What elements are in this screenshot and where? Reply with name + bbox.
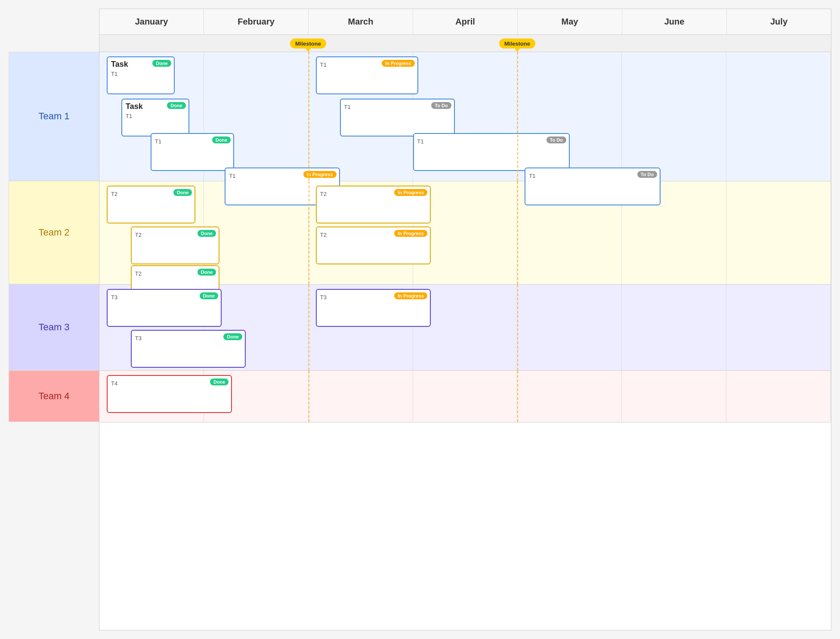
team3-row-month-cell-6 — [726, 285, 831, 370]
task-subtitle: T1 — [417, 138, 565, 145]
milestone-cell-6 — [727, 35, 831, 52]
task-card-team2-row-0: T2Done — [107, 186, 195, 223]
task-card-team1-row-7: T1To Do — [525, 168, 661, 205]
milestone-cell-5 — [622, 35, 727, 52]
milestone-badge-1: Milestone — [499, 38, 535, 48]
milestone-cell-0 — [99, 35, 204, 52]
task-card-team3-row-1: T3Done — [131, 330, 246, 368]
task-card-team1-row-0: TaskT1Done — [107, 56, 175, 94]
status-badge: Done — [173, 189, 192, 196]
task-card-team1-row-6: T1To Do — [413, 133, 570, 171]
status-badge: In Progress — [382, 60, 415, 67]
month-headers: JanuaryFebruaryMarchAprilMayJuneJuly — [99, 9, 831, 35]
task-card-team1-row-2: T1Done — [151, 133, 234, 171]
task-subtitle: T1 — [126, 113, 185, 119]
status-badge: To Do — [637, 171, 657, 178]
task-card-team3-row-2: T3In Progress — [316, 289, 431, 327]
team1-row-month-cell-5 — [622, 52, 726, 181]
milestone-cell-3: Milestone — [413, 35, 518, 52]
task-card-team2-row-4: T2In Progress — [316, 226, 431, 264]
status-badge: Done — [210, 378, 229, 385]
task-card-team2-row-3: T2In Progress — [316, 186, 431, 223]
task-card-team1-row-5: T1To Do — [340, 99, 455, 136]
team4-row-month-cell-4 — [517, 371, 622, 422]
status-badge: In Progress — [394, 292, 427, 299]
month-header-february: February — [204, 9, 309, 34]
status-badge: Done — [152, 60, 171, 67]
gantt-chart: Team 1 Team 2 Team 3 Team 4 JanuaryFebru… — [0, 0, 840, 639]
label-header — [9, 9, 99, 34]
task-card-team2-row-1: T2Done — [131, 226, 219, 264]
status-badge: Done — [167, 102, 186, 109]
team3-label: Team 3 — [9, 284, 99, 370]
team1-label: Team 1 — [9, 52, 99, 181]
status-badge: Done — [212, 136, 231, 143]
team2-row: T2DoneT2DoneT2DoneT2In ProgressT2In Prog… — [99, 181, 831, 285]
team2-row-month-cell-6 — [726, 181, 831, 284]
task-subtitle: T1 — [111, 71, 170, 77]
team4-row-month-cell-6 — [726, 371, 831, 422]
status-badge: In Progress — [394, 189, 427, 196]
team4-label: Team 4 — [9, 370, 99, 422]
team4-row-month-cell-3 — [413, 371, 518, 422]
team3-label-text: Team 3 — [38, 322, 69, 333]
team4-row: T4Done — [99, 371, 831, 422]
team1-label-text: Team 1 — [38, 111, 69, 122]
team4-row-month-cell-5 — [622, 371, 726, 422]
team3-row-month-cell-4 — [517, 285, 622, 370]
team2-label-text: Team 2 — [38, 227, 69, 238]
milestone-badge-0: Milestone — [290, 38, 326, 48]
status-badge: To Do — [431, 102, 451, 109]
milestone-row: MilestoneMilestone — [99, 35, 831, 52]
team3-row: T3DoneT3DoneT3In Progress — [99, 285, 831, 371]
month-header-july: July — [727, 9, 831, 34]
team4-row-month-cell-2 — [309, 371, 413, 422]
team1-row: TaskT1DoneTaskT1DoneT1DoneT1In ProgressT… — [99, 52, 831, 181]
status-badge: Done — [200, 292, 219, 299]
month-header-january: January — [99, 9, 204, 34]
team2-label: Team 2 — [9, 181, 99, 284]
month-header-may: May — [518, 9, 622, 34]
task-card-team1-row-4: T1In Progress — [316, 56, 418, 94]
row-labels: Team 1 Team 2 Team 3 Team 4 — [9, 9, 99, 630]
month-header-june: June — [622, 9, 727, 34]
milestone-cell-1: Milestone — [204, 35, 309, 52]
team4-label-text: Team 4 — [38, 391, 69, 402]
status-badge: Done — [198, 269, 216, 276]
status-badge: Done — [198, 230, 216, 237]
status-badge: In Progress — [303, 171, 337, 178]
task-card-team3-row-0: T3Done — [107, 289, 222, 327]
task-card-team4-row-0: T4Done — [107, 375, 232, 413]
label-milestone-spacer — [9, 34, 99, 52]
team1-row-month-cell-6 — [726, 52, 831, 181]
month-header-april: April — [413, 9, 518, 34]
team3-row-month-cell-5 — [622, 285, 726, 370]
gantt-grid: JanuaryFebruaryMarchAprilMayJuneJuly Mil… — [99, 9, 831, 630]
status-badge: In Progress — [394, 230, 427, 237]
task-card-team1-row-1: TaskT1Done — [121, 99, 189, 136]
month-header-march: March — [309, 9, 413, 34]
status-badge: To Do — [547, 136, 566, 143]
status-badge: Done — [223, 333, 242, 340]
